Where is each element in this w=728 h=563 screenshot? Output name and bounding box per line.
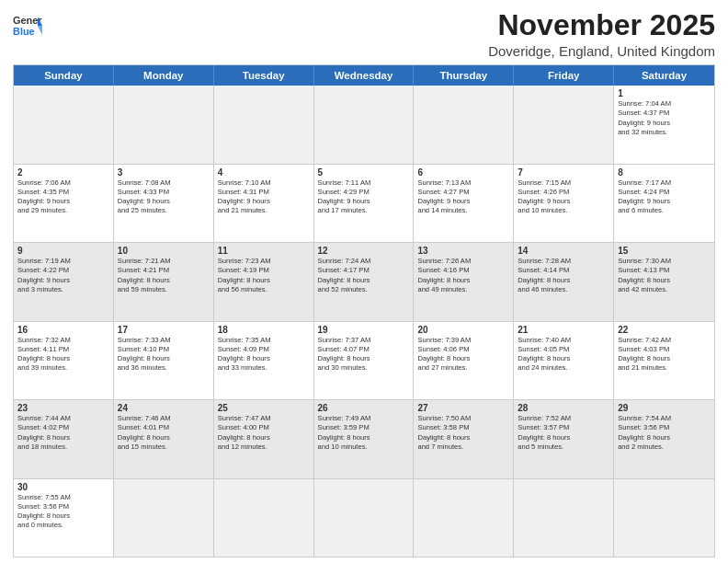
day-cell-empty (514, 479, 614, 557)
day-info: Sunrise: 7:35 AM Sunset: 4:09 PM Dayligh… (218, 336, 310, 373)
day-cell-3: 3Sunrise: 7:08 AM Sunset: 4:33 PM Daylig… (114, 165, 214, 242)
day-info: Sunrise: 7:26 AM Sunset: 4:16 PM Dayligh… (417, 257, 509, 294)
header: General Blue November 2025 Doveridge, En… (13, 9, 715, 59)
day-cell-empty (14, 86, 114, 163)
day-cell-1: 1Sunrise: 7:04 AM Sunset: 4:37 PM Daylig… (614, 86, 714, 163)
day-number: 12 (318, 246, 410, 256)
day-cell-13: 13Sunrise: 7:26 AM Sunset: 4:16 PM Dayli… (414, 243, 514, 320)
day-info: Sunrise: 7:08 AM Sunset: 4:33 PM Dayligh… (118, 178, 210, 216)
day-number: 5 (318, 167, 410, 178)
week-row-3: 9Sunrise: 7:19 AM Sunset: 4:22 PM Daylig… (14, 242, 714, 320)
day-info: Sunrise: 7:06 AM Sunset: 4:35 PM Dayligh… (17, 178, 109, 216)
day-cell-29: 29Sunrise: 7:54 AM Sunset: 3:56 PM Dayli… (614, 400, 714, 477)
day-info: Sunrise: 7:52 AM Sunset: 3:57 PM Dayligh… (518, 414, 609, 452)
location: Doveridge, England, United Kingdom (488, 43, 715, 59)
svg-marker-3 (38, 26, 42, 35)
day-cell-empty (414, 86, 514, 163)
day-info: Sunrise: 7:39 AM Sunset: 4:06 PM Dayligh… (417, 336, 509, 373)
day-number: 7 (518, 167, 609, 178)
day-header-friday: Friday (514, 65, 614, 86)
day-cell-23: 23Sunrise: 7:44 AM Sunset: 4:02 PM Dayli… (14, 400, 114, 477)
week-row-5: 23Sunrise: 7:44 AM Sunset: 4:02 PM Dayli… (14, 399, 714, 477)
day-number: 30 (17, 482, 109, 492)
day-cell-4: 4Sunrise: 7:10 AM Sunset: 4:31 PM Daylig… (214, 165, 314, 242)
week-row-1: 1Sunrise: 7:04 AM Sunset: 4:37 PM Daylig… (14, 86, 714, 163)
day-cell-empty (314, 86, 415, 163)
day-header-thursday: Thursday (414, 65, 514, 86)
day-cell-empty (214, 86, 314, 163)
day-info: Sunrise: 7:54 AM Sunset: 3:56 PM Dayligh… (618, 414, 711, 452)
day-info: Sunrise: 7:28 AM Sunset: 4:14 PM Dayligh… (518, 257, 609, 294)
day-number: 22 (618, 325, 711, 335)
day-info: Sunrise: 7:30 AM Sunset: 4:13 PM Dayligh… (618, 257, 711, 294)
day-number: 24 (118, 403, 210, 413)
day-info: Sunrise: 7:15 AM Sunset: 4:26 PM Dayligh… (518, 178, 609, 216)
day-cell-12: 12Sunrise: 7:24 AM Sunset: 4:17 PM Dayli… (314, 243, 415, 320)
day-cell-9: 9Sunrise: 7:19 AM Sunset: 4:22 PM Daylig… (14, 243, 114, 320)
day-info: Sunrise: 7:04 AM Sunset: 4:37 PM Dayligh… (618, 99, 711, 137)
page: General Blue November 2025 Doveridge, En… (0, 0, 728, 563)
day-cell-30: 30Sunrise: 7:55 AM Sunset: 3:56 PM Dayli… (14, 479, 114, 557)
day-info: Sunrise: 7:11 AM Sunset: 4:29 PM Dayligh… (318, 178, 410, 216)
day-cell-21: 21Sunrise: 7:40 AM Sunset: 4:05 PM Dayli… (514, 322, 614, 399)
day-number: 27 (417, 403, 509, 413)
day-cell-8: 8Sunrise: 7:17 AM Sunset: 4:24 PM Daylig… (614, 165, 714, 242)
day-number: 23 (17, 403, 109, 413)
day-number: 20 (417, 325, 509, 335)
day-number: 15 (618, 246, 711, 256)
day-number: 11 (218, 246, 310, 256)
week-row-4: 16Sunrise: 7:32 AM Sunset: 4:11 PM Dayli… (14, 321, 714, 399)
day-number: 26 (318, 403, 410, 413)
day-number: 2 (17, 167, 109, 178)
day-cell-19: 19Sunrise: 7:37 AM Sunset: 4:07 PM Dayli… (314, 322, 415, 399)
day-cell-27: 27Sunrise: 7:50 AM Sunset: 3:58 PM Dayli… (414, 400, 514, 477)
day-cell-empty (514, 86, 614, 163)
day-number: 16 (17, 325, 109, 335)
svg-text:Blue: Blue (13, 26, 35, 37)
day-cell-25: 25Sunrise: 7:47 AM Sunset: 4:00 PM Dayli… (214, 400, 314, 477)
day-info: Sunrise: 7:17 AM Sunset: 4:24 PM Dayligh… (618, 178, 711, 216)
day-cell-empty (314, 479, 415, 557)
day-info: Sunrise: 7:40 AM Sunset: 4:05 PM Dayligh… (518, 336, 609, 373)
day-cell-empty (214, 479, 314, 557)
day-number: 29 (618, 403, 711, 413)
day-info: Sunrise: 7:49 AM Sunset: 3:59 PM Dayligh… (318, 414, 410, 452)
day-info: Sunrise: 7:10 AM Sunset: 4:31 PM Dayligh… (218, 178, 310, 216)
day-number: 8 (618, 167, 711, 178)
day-number: 14 (518, 246, 609, 256)
title-area: November 2025 Doveridge, England, United… (488, 9, 715, 59)
day-info: Sunrise: 7:24 AM Sunset: 4:17 PM Dayligh… (318, 257, 410, 294)
day-number: 13 (417, 246, 509, 256)
day-cell-11: 11Sunrise: 7:23 AM Sunset: 4:19 PM Dayli… (214, 243, 314, 320)
calendar-body: 1Sunrise: 7:04 AM Sunset: 4:37 PM Daylig… (14, 86, 714, 557)
day-cell-14: 14Sunrise: 7:28 AM Sunset: 4:14 PM Dayli… (514, 243, 614, 320)
day-cell-empty (414, 479, 514, 557)
day-number: 1 (618, 88, 711, 98)
day-info: Sunrise: 7:55 AM Sunset: 3:56 PM Dayligh… (17, 493, 109, 531)
day-number: 19 (318, 325, 410, 335)
logo: General Blue (13, 13, 42, 39)
day-info: Sunrise: 7:46 AM Sunset: 4:01 PM Dayligh… (118, 414, 210, 452)
logo-icon: General Blue (13, 13, 42, 39)
day-header-sunday: Sunday (14, 65, 114, 86)
day-info: Sunrise: 7:42 AM Sunset: 4:03 PM Dayligh… (618, 336, 711, 373)
day-info: Sunrise: 7:13 AM Sunset: 4:27 PM Dayligh… (417, 178, 509, 216)
day-cell-26: 26Sunrise: 7:49 AM Sunset: 3:59 PM Dayli… (314, 400, 415, 477)
day-cell-18: 18Sunrise: 7:35 AM Sunset: 4:09 PM Dayli… (214, 322, 314, 399)
day-number: 3 (118, 167, 210, 178)
day-header-tuesday: Tuesday (214, 65, 314, 86)
day-number: 28 (518, 403, 609, 413)
day-cell-7: 7Sunrise: 7:15 AM Sunset: 4:26 PM Daylig… (514, 165, 614, 242)
day-info: Sunrise: 7:50 AM Sunset: 3:58 PM Dayligh… (417, 414, 509, 452)
day-cell-17: 17Sunrise: 7:33 AM Sunset: 4:10 PM Dayli… (114, 322, 214, 399)
week-row-6: 30Sunrise: 7:55 AM Sunset: 3:56 PM Dayli… (14, 478, 714, 557)
day-cell-20: 20Sunrise: 7:39 AM Sunset: 4:06 PM Dayli… (414, 322, 514, 399)
day-number: 9 (17, 246, 109, 256)
day-cell-24: 24Sunrise: 7:46 AM Sunset: 4:01 PM Dayli… (114, 400, 214, 477)
day-info: Sunrise: 7:37 AM Sunset: 4:07 PM Dayligh… (318, 336, 410, 373)
day-number: 21 (518, 325, 609, 335)
day-info: Sunrise: 7:33 AM Sunset: 4:10 PM Dayligh… (118, 336, 210, 373)
calendar: SundayMondayTuesdayWednesdayThursdayFrid… (13, 64, 715, 557)
day-header-wednesday: Wednesday (314, 65, 415, 86)
day-cell-28: 28Sunrise: 7:52 AM Sunset: 3:57 PM Dayli… (514, 400, 614, 477)
